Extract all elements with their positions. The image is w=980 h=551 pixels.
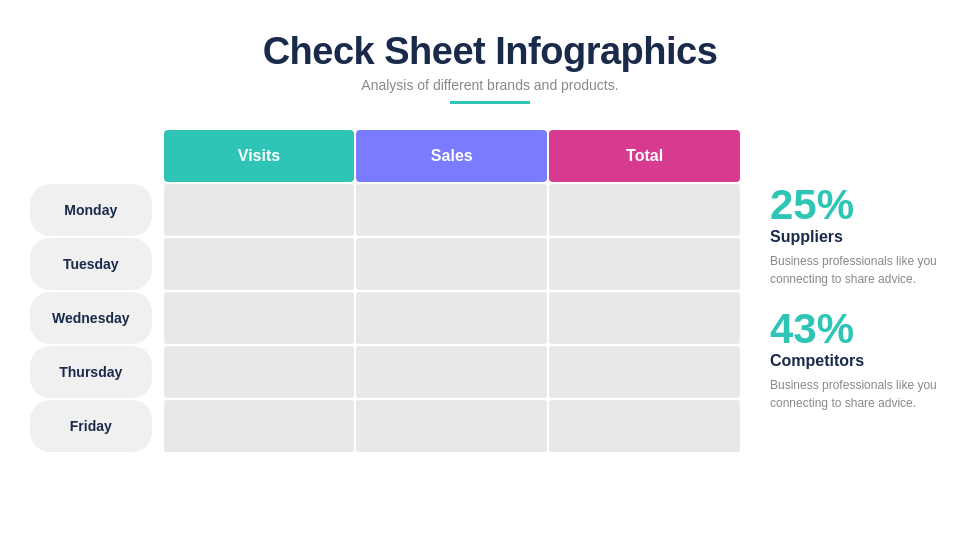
table-row [164,292,740,344]
header-sales: Sales [356,130,547,182]
cell-thursday-total [549,346,740,398]
day-tuesday: Tuesday [30,238,152,290]
table-wrapper: Monday Tuesday Wednesday Thursday Friday… [30,130,740,454]
day-wednesday: Wednesday [30,292,152,344]
cell-friday-visits [164,400,355,452]
stat-suppliers: 25% Suppliers Business professionals lik… [770,184,950,288]
stat-suppliers-percentage: 25% [770,184,950,226]
header-visits: Visits [164,130,355,182]
cell-wednesday-visits [164,292,355,344]
cell-thursday-visits [164,346,355,398]
day-monday: Monday [30,184,152,236]
cell-thursday-sales [356,346,547,398]
stats-section: 25% Suppliers Business professionals lik… [770,130,950,412]
table-row [164,400,740,452]
header-total: Total [549,130,740,182]
page-header: Check Sheet Infographics Analysis of dif… [263,30,718,124]
cell-wednesday-total [549,292,740,344]
table-row [164,238,740,290]
cell-monday-visits [164,184,355,236]
cell-tuesday-total [549,238,740,290]
cell-friday-total [549,400,740,452]
grid-header: Visits Sales Total [164,130,740,182]
cell-tuesday-visits [164,238,355,290]
stat-suppliers-label: Suppliers [770,228,950,246]
stat-suppliers-desc: Business professionals like you connecti… [770,252,950,288]
row-labels: Monday Tuesday Wednesday Thursday Friday [30,130,152,454]
grid-body [164,184,740,452]
title-underline [450,101,530,104]
content-area: Monday Tuesday Wednesday Thursday Friday… [30,130,950,454]
cell-friday-sales [356,400,547,452]
cell-monday-sales [356,184,547,236]
stat-competitors-percentage: 43% [770,308,950,350]
day-thursday: Thursday [30,346,152,398]
stat-competitors-desc: Business professionals like you connecti… [770,376,950,412]
grid-area: Visits Sales Total [164,130,740,452]
table-row [164,346,740,398]
stat-competitors-label: Competitors [770,352,950,370]
page-title: Check Sheet Infographics [263,30,718,73]
cell-tuesday-sales [356,238,547,290]
page-subtitle: Analysis of different brands and product… [263,77,718,93]
day-friday: Friday [30,400,152,452]
cell-wednesday-sales [356,292,547,344]
table-row [164,184,740,236]
cell-monday-total [549,184,740,236]
stat-competitors: 43% Competitors Business professionals l… [770,308,950,412]
table-section: Monday Tuesday Wednesday Thursday Friday… [30,130,740,454]
